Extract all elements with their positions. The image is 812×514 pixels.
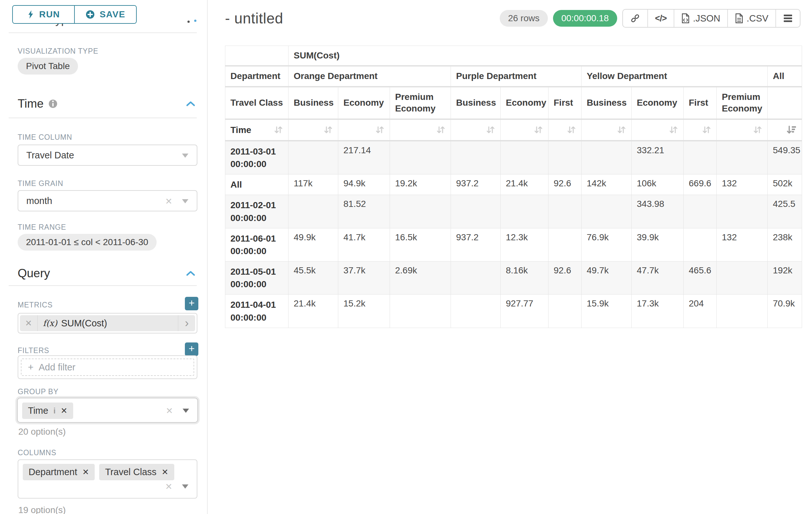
pivot-cell: 16.5k [390,228,451,261]
dimension-chip[interactable]: Department✕ [23,464,95,480]
time-column-label: TIME COLUMN [18,133,72,142]
sort-toggle-icon[interactable] [323,125,333,135]
json-file-icon [682,13,690,23]
more-options-button[interactable] [775,10,800,27]
collapse-time-chevron-icon[interactable] [185,100,196,107]
metrics-label: METRICS [18,301,53,309]
department-group-header: Orange Department [289,66,451,86]
visualization-type-chip[interactable]: Pivot Table [18,58,78,75]
section-divider [9,285,197,286]
sort-toggle-icon[interactable] [436,125,445,135]
remove-chip-icon[interactable]: ✕ [61,406,67,415]
pivot-cell: 106k [632,174,684,195]
pivot-cell: 49.9k [289,228,338,261]
sort-toggle-icon[interactable] [616,125,626,135]
pivot-corner-cell [225,46,289,66]
info-circle-icon [48,99,58,109]
pivot-cell: 94.9k [338,174,390,195]
time-grain-label: TIME GRAIN [18,179,63,188]
travel-class-header: First [549,87,582,119]
columns-options-hint: 19 option(s) [18,505,66,514]
remove-chip-icon[interactable]: ✕ [83,467,89,477]
sort-toggle-icon[interactable] [375,125,384,135]
pivot-row-header: 2011-03-01 00:00:00 [225,141,289,174]
link-icon [630,13,640,23]
remove-metric-icon[interactable]: ✕ [20,315,38,331]
travel-class-header: First [684,87,717,119]
row-dimension-label: Time [230,124,251,136]
time-column-select[interactable]: Travel Date [18,144,197,166]
chevron-down-icon [182,154,188,158]
row-dimension-header: Time [225,119,289,141]
sort-toggle-icon[interactable] [753,125,762,135]
metric-header: SUM(Cost) [289,46,802,66]
sort-toggle-icon[interactable] [567,125,576,135]
query-status-cluster: 26 rows 00:00:00.18 </> .JSON .CSV [500,9,801,28]
pivot-cell [549,228,582,261]
clipped-chevron-dot [194,20,196,22]
export-json-button[interactable]: .JSON [674,10,727,27]
code-icon: </> [655,13,667,23]
sort-toggle-icon[interactable] [702,125,711,135]
pivot-cell: 332.21 [632,141,684,174]
pivot-cell [717,195,768,228]
expand-metric-icon[interactable]: › [178,315,195,331]
sort-toggle-icon[interactable] [669,125,678,135]
pivot-row-header: 2011-06-01 00:00:00 [225,228,289,261]
collapse-query-chevron-icon[interactable] [185,270,196,277]
pivot-cell [390,141,451,174]
columns-select[interactable]: Department✕Travel Class✕ ✕ [18,459,197,498]
pivot-cell: 21.4k [289,295,338,328]
metrics-select: ✕ f(x) SUM(Cost) › [18,313,197,333]
pivot-cell: 937.2 [451,174,501,195]
save-button[interactable]: SAVE [74,6,136,23]
sort-header-cell [338,119,390,141]
clear-icon[interactable]: ✕ [165,197,172,206]
travel-class-header: Premium Economy [390,87,451,119]
export-csv-button[interactable]: .CSV [727,10,775,27]
pivot-table: SUM(Cost)DepartmentOrange DepartmentPurp… [225,46,802,328]
columns-label: COLUMNS [18,449,57,457]
remove-chip-icon[interactable]: ✕ [162,467,169,477]
pivot-cell [451,141,501,174]
menu-icon [783,14,793,23]
chip-label: Travel Class [105,467,156,477]
add-filter-button[interactable]: + [185,343,198,356]
travel-class-header: Business [289,87,338,119]
pivot-cell: 927.77 [501,295,549,328]
pivot-cell: 21.4k [501,174,549,195]
add-filter-dropzone[interactable]: + Add filter [21,358,194,376]
sort-toggle-icon[interactable] [533,125,543,135]
clear-icon[interactable]: ✕ [166,407,173,415]
share-link-button[interactable] [623,10,647,27]
pivot-cell: 81.52 [338,195,390,228]
department-group-header: All [768,66,802,86]
pivot-row-header: 2011-02-01 00:00:00 [225,195,289,228]
time-range-label: TIME RANGE [18,223,66,232]
add-metric-button[interactable]: + [185,297,198,310]
sort-desc-active-icon[interactable] [786,125,796,135]
metric-chip[interactable]: ✕ f(x) SUM(Cost) › [20,315,195,331]
time-range-chip[interactable]: 2011-01-01 ≤ col < 2011-06-30 [18,234,156,250]
group-by-select[interactable]: Timei✕ ✕ [17,398,198,423]
travel-class-header: Premium Economy [717,87,768,119]
view-query-button[interactable]: </> [647,10,674,27]
pivot-cell: 41.7k [338,228,390,261]
run-save-button-group: RUN SAVE [12,5,137,24]
travel-class-header: Economy [632,87,684,119]
dimension-chip[interactable]: Travel Class✕ [99,464,174,480]
dimension-chip[interactable]: Timei✕ [22,403,73,419]
pivot-cell: 937.2 [451,228,501,261]
group-by-label: GROUP BY [18,387,58,396]
pivot-cell [582,141,632,174]
sort-toggle-icon[interactable] [486,125,495,135]
sort-header-cell [717,119,768,141]
chip-label: Department [29,467,77,477]
sort-toggle-icon[interactable] [273,125,283,135]
pivot-cell [289,195,338,228]
clear-icon[interactable]: ✕ [165,483,172,491]
run-button[interactable]: RUN [13,6,74,23]
main-content: - untitled 26 rows 00:00:00.18 </> .JSON… [208,0,812,514]
sort-header-cell [289,119,338,141]
time-grain-select[interactable]: month ✕ [18,190,197,211]
